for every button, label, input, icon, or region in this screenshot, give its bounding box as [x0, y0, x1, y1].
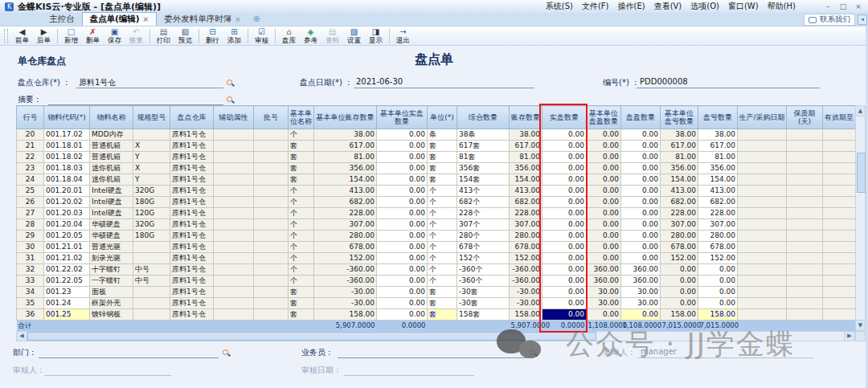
- next-bill-button[interactable]: ▶后单: [33, 27, 55, 45]
- cell-batch-no[interactable]: [254, 231, 289, 242]
- cell-surplus-qty[interactable]: 0.00: [621, 253, 661, 264]
- save-button[interactable]: ▣保存: [104, 27, 125, 45]
- cell-stock-warehouse[interactable]: 原料1号仓: [170, 174, 214, 186]
- cell-spec-model[interactable]: [133, 242, 170, 253]
- cell-base-unit[interactable]: 个: [289, 264, 314, 276]
- cell-base-unit[interactable]: 套: [289, 163, 314, 174]
- column-header-base-stock-qty[interactable]: 基本单位账存数量: [314, 106, 377, 129]
- cell-unit[interactable]: 套: [428, 174, 457, 186]
- column-header-stock-warehouse[interactable]: 盘点仓库: [170, 106, 214, 129]
- cell-stock-warehouse[interactable]: 原料1号仓: [170, 276, 214, 287]
- cell-base-stock-qty[interactable]: 280.00: [314, 231, 377, 242]
- cell-unit[interactable]: 个: [428, 276, 457, 287]
- horizontal-scroll-thumb[interactable]: [27, 332, 596, 341]
- cell-material-name[interactable]: 普通机箱: [90, 141, 133, 152]
- cell-batch-no[interactable]: [254, 174, 289, 186]
- cell-batch-no[interactable]: [254, 219, 289, 231]
- cell-material-name[interactable]: 迷你机箱: [90, 163, 133, 174]
- cell-base-stock-qty[interactable]: 356.00: [314, 163, 377, 174]
- cell-base-loss-qty[interactable]: 0.00: [661, 287, 698, 298]
- cell-prod-purchase-date[interactable]: [738, 197, 787, 208]
- cell-base-counted-qty[interactable]: 0.00: [377, 309, 428, 321]
- cell-unit[interactable]: 个: [428, 197, 457, 208]
- cell-base-stock-qty[interactable]: -30.00: [314, 287, 377, 298]
- cell-row-no[interactable]: 28: [17, 219, 44, 231]
- cell-valid-until[interactable]: [823, 287, 856, 298]
- cell-prod-purchase-date[interactable]: [738, 231, 787, 242]
- cell-valid-until[interactable]: [823, 152, 856, 163]
- cell-base-stock-qty[interactable]: 158.00: [314, 309, 377, 321]
- cell-base-stock-qty[interactable]: 678.00: [314, 242, 377, 253]
- minimize-button[interactable]: –: [823, 2, 833, 10]
- scroll-right-icon[interactable]: [844, 332, 854, 341]
- cell-valid-until[interactable]: [823, 208, 856, 219]
- cell-base-counted-qty[interactable]: 0.00: [377, 264, 428, 276]
- cell-material-code[interactable]: 001.21.02: [44, 253, 90, 264]
- cell-prod-purchase-date[interactable]: [738, 219, 787, 231]
- cell-shelf-life-days[interactable]: [787, 186, 823, 197]
- cell-material-name[interactable]: 华硕硬盘: [90, 219, 133, 231]
- cell-base-surplus-qty[interactable]: 0.00: [587, 197, 621, 208]
- cell-aux-attr[interactable]: [214, 141, 254, 152]
- cell-aux-attr[interactable]: [214, 163, 254, 174]
- cell-shelf-life-days[interactable]: [787, 208, 823, 219]
- cell-base-loss-qty[interactable]: 413.00: [661, 186, 698, 197]
- cell-composite-qty[interactable]: 617套: [457, 141, 510, 152]
- cell-prod-purchase-date[interactable]: [738, 208, 787, 219]
- cell-surplus-qty[interactable]: 0.00: [621, 197, 661, 208]
- cell-loss-qty[interactable]: 0.00: [698, 287, 738, 298]
- cell-base-stock-qty[interactable]: -30.00: [314, 298, 377, 309]
- cell-stock-warehouse[interactable]: 原料1号仓: [170, 253, 214, 264]
- collapse-panel-icon[interactable]: [858, 14, 867, 25]
- cell-surplus-qty[interactable]: 30.00: [621, 298, 661, 309]
- cell-stock-warehouse[interactable]: 原料1号仓: [170, 152, 214, 163]
- cell-aux-attr[interactable]: [214, 276, 254, 287]
- cell-base-unit[interactable]: 套: [289, 287, 314, 298]
- delete-bill-button[interactable]: ✗删单: [82, 27, 104, 45]
- cell-base-stock-qty[interactable]: 307.00: [314, 219, 377, 231]
- cell-row-no[interactable]: 23: [17, 163, 44, 174]
- cell-material-code[interactable]: 001.20.03: [44, 208, 90, 219]
- cell-batch-no[interactable]: [254, 208, 289, 219]
- cell-batch-no[interactable]: [254, 242, 289, 253]
- cell-material-name[interactable]: 迷你机箱: [90, 174, 133, 186]
- cell-base-surplus-qty[interactable]: 0.00: [587, 152, 621, 163]
- cell-unit[interactable]: 套: [428, 287, 457, 298]
- cell-material-code[interactable]: 001.22.02: [44, 264, 90, 276]
- cell-valid-until[interactable]: [823, 186, 856, 197]
- cell-shelf-life-days[interactable]: [787, 242, 823, 253]
- cell-base-surplus-qty[interactable]: 0.00: [587, 208, 621, 219]
- cell-material-name[interactable]: Intel硬盘: [90, 197, 133, 208]
- cell-stock-qty[interactable]: 38.00: [510, 129, 542, 141]
- cell-base-loss-qty[interactable]: 280.00: [661, 231, 698, 242]
- warehouse-lookup-icon[interactable]: [226, 79, 235, 88]
- cell-row-no[interactable]: 26: [17, 197, 44, 208]
- contact-us-button[interactable]: 联系我们: [804, 14, 855, 26]
- cell-base-counted-qty[interactable]: 0.00: [377, 253, 428, 264]
- cell-surplus-qty[interactable]: 0.00: [621, 152, 661, 163]
- column-header-material-name[interactable]: 物料名称: [90, 106, 133, 129]
- cell-material-code[interactable]: 001.20.04: [44, 219, 90, 231]
- column-header-row-no[interactable]: 行号: [17, 106, 44, 129]
- cell-base-loss-qty[interactable]: 158.00: [661, 309, 698, 321]
- cell-base-loss-qty[interactable]: 0.00: [661, 298, 698, 309]
- cell-base-counted-qty[interactable]: 0.00: [377, 287, 428, 298]
- cell-base-stock-qty[interactable]: -360.00: [314, 276, 377, 287]
- cell-valid-until[interactable]: [823, 129, 856, 141]
- cell-counted-qty[interactable]: 0.00: [542, 219, 587, 231]
- cell-prod-purchase-date[interactable]: [738, 253, 787, 264]
- cell-material-code[interactable]: 001.20.01: [44, 186, 90, 197]
- cell-loss-qty[interactable]: 356.00: [698, 163, 738, 174]
- cell-surplus-qty[interactable]: 360.00: [621, 276, 661, 287]
- cell-base-loss-qty[interactable]: 228.00: [661, 208, 698, 219]
- cell-spec-model[interactable]: 180G: [133, 197, 170, 208]
- cell-batch-no[interactable]: [254, 163, 289, 174]
- cell-base-surplus-qty[interactable]: 0.00: [587, 253, 621, 264]
- cell-batch-no[interactable]: [254, 276, 289, 287]
- cell-shelf-life-days[interactable]: [787, 287, 823, 298]
- cell-spec-model[interactable]: [133, 309, 170, 321]
- cell-aux-attr[interactable]: [214, 309, 254, 321]
- tab-outsource-issue-list[interactable]: 委外发料单序时簿×: [157, 13, 248, 26]
- column-header-base-loss-qty[interactable]: 基本单位盘亏数量: [661, 106, 698, 129]
- cell-shelf-life-days[interactable]: [787, 174, 823, 186]
